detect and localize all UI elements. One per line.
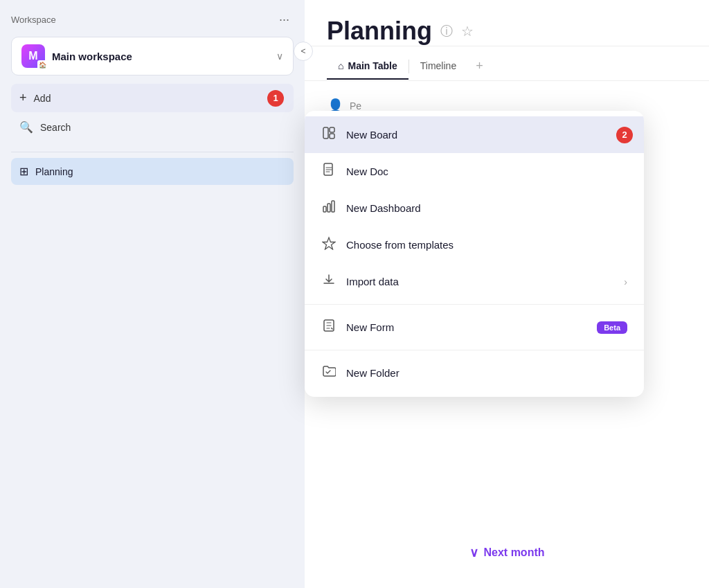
svg-rect-4 xyxy=(323,206,326,212)
templates-icon xyxy=(321,236,336,253)
tab-main-table-label: Main Table xyxy=(348,60,397,71)
doc-icon xyxy=(321,163,336,180)
search-icon: 🔍 xyxy=(19,121,33,134)
planning-nav-label: Planning xyxy=(35,166,73,177)
plus-icon: + xyxy=(19,91,27,105)
sidebar-header: Workspace ··· xyxy=(0,11,305,37)
tab-main-table[interactable]: ⌂ Main Table xyxy=(327,53,409,80)
chevron-down-icon: ∨ xyxy=(469,545,478,560)
next-month-row[interactable]: ∨ Next month xyxy=(305,545,709,560)
svg-rect-5 xyxy=(327,204,330,212)
planning-nav-item[interactable]: ⊞ Planning xyxy=(11,158,294,185)
collapse-sidebar-button[interactable]: < xyxy=(294,42,313,61)
add-dropdown-menu: New Board 2 New Doc New Dashboard xyxy=(305,111,644,397)
menu-item-new-folder[interactable]: New Folder xyxy=(305,355,644,391)
svg-rect-1 xyxy=(330,127,334,132)
svg-rect-0 xyxy=(323,127,328,139)
menu-item-templates[interactable]: Choose from templates xyxy=(305,226,644,263)
search-button[interactable]: 🔍 Search xyxy=(11,114,294,141)
add-button-label: Add xyxy=(34,93,51,104)
tab-timeline[interactable]: Timeline xyxy=(409,53,467,80)
menu-divider-2 xyxy=(305,350,644,350)
next-month-label: Next month xyxy=(484,546,545,559)
board-icon xyxy=(321,126,336,143)
workspace-avatar: M 🏠 xyxy=(21,44,45,68)
folder-icon xyxy=(321,364,336,382)
add-button[interactable]: + Add 1 xyxy=(11,84,294,112)
workspace-name: Main workspace xyxy=(52,51,269,62)
three-dots-button[interactable]: ··· xyxy=(275,11,294,28)
import-arrow-icon: › xyxy=(624,276,627,287)
home-badge-icon: 🏠 xyxy=(37,60,47,70)
svg-rect-6 xyxy=(332,201,334,212)
search-button-label: Search xyxy=(40,122,71,133)
menu-item-new-form-label: New Form xyxy=(346,321,587,333)
menu-item-new-doc-label: New Doc xyxy=(346,166,627,177)
workspace-selector[interactable]: M 🏠 Main workspace ∨ xyxy=(11,37,294,75)
sidebar: Workspace ··· M 🏠 Main workspace ∨ + Add… xyxy=(0,0,305,588)
svg-rect-2 xyxy=(330,134,334,139)
main-header: Planning ⓘ ☆ xyxy=(305,0,709,46)
menu-item-new-board[interactable]: New Board 2 xyxy=(305,116,644,153)
form-icon xyxy=(321,319,336,336)
chevron-down-icon: ∨ xyxy=(276,51,283,62)
tab-timeline-label: Timeline xyxy=(420,60,456,71)
menu-badge-2: 2 xyxy=(616,127,633,143)
menu-item-new-board-label: New Board xyxy=(346,129,627,141)
menu-item-new-folder-label: New Folder xyxy=(346,367,627,379)
tab-add-button[interactable]: + xyxy=(467,52,492,80)
home-tab-icon: ⌂ xyxy=(338,60,343,71)
menu-item-new-dashboard[interactable]: New Dashboard xyxy=(305,190,644,226)
planning-nav-icon: ⊞ xyxy=(19,165,28,178)
info-icon[interactable]: ⓘ xyxy=(440,23,453,39)
beta-badge: Beta xyxy=(597,321,627,334)
person-label: Pe xyxy=(350,100,361,112)
menu-item-templates-label: Choose from templates xyxy=(346,239,627,251)
menu-item-import-label: Import data xyxy=(346,276,614,287)
menu-item-new-dashboard-label: New Dashboard xyxy=(346,202,627,214)
import-icon xyxy=(321,273,336,290)
sidebar-divider xyxy=(11,152,294,152)
star-icon[interactable]: ☆ xyxy=(461,23,474,39)
menu-item-import[interactable]: Import data › xyxy=(305,263,644,300)
menu-divider xyxy=(305,304,644,305)
menu-item-new-doc[interactable]: New Doc xyxy=(305,153,644,190)
workspace-label: Workspace xyxy=(11,15,56,25)
add-badge: 1 xyxy=(267,90,284,107)
dashboard-icon xyxy=(321,199,336,217)
menu-item-new-form[interactable]: New Form Beta xyxy=(305,309,644,346)
collapse-icon: < xyxy=(300,46,305,56)
sidebar-actions: + Add 1 🔍 Search xyxy=(0,84,305,141)
page-title: Planning xyxy=(327,17,432,46)
tabs-row: ⌂ Main Table Timeline + xyxy=(305,52,709,81)
